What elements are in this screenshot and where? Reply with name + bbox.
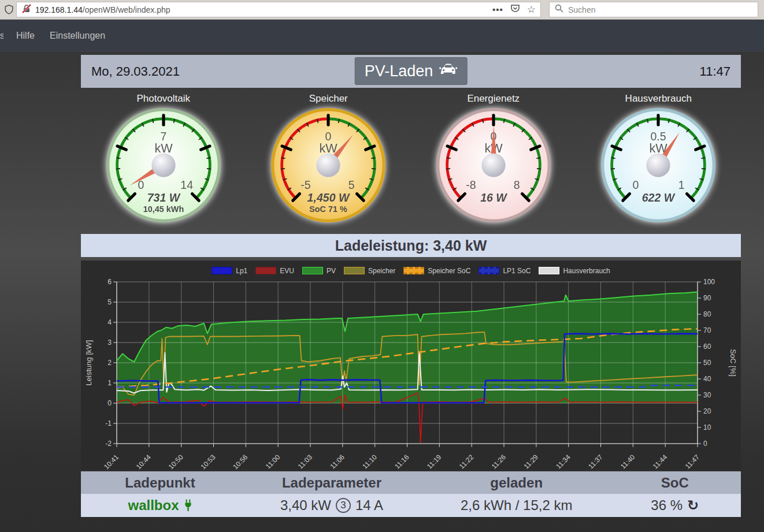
col-geladen: geladen [424, 475, 609, 491]
gauge-dial: 7kW014731 W10,45 kWh [104, 106, 223, 225]
charged-amount: 2,6 kWh / 15,2 km [424, 497, 609, 514]
status-header: Mo, 29.03.2021 PV-Laden 11:47 [81, 55, 741, 88]
legend-label: Hausverbrauch [563, 267, 610, 275]
legend-swatch [479, 267, 499, 274]
tracking-shield-icon[interactable] [2, 5, 15, 15]
svg-text:100: 100 [703, 278, 715, 286]
x-tick-label: 10:44 [135, 453, 153, 470]
url-bar[interactable]: 192.168.1.44/openWB/web/index.php ••• ☆ [16, 2, 541, 17]
gauge-title: Hausverbrauch [625, 92, 692, 105]
legend-label: Speicher [368, 267, 395, 275]
charge-current: 14 A [355, 497, 383, 514]
legend-label: Speicher SoC [428, 267, 470, 275]
gauge-title: Speicher [309, 92, 348, 105]
chart-legend: Lp1EVUPVSpeicherSpeicher SoCLP1 SoCHausv… [81, 261, 741, 277]
svg-text:3: 3 [107, 338, 112, 347]
x-tick-label: 11:00 [264, 453, 282, 470]
pocket-icon[interactable] [510, 3, 520, 16]
legend-item: Lp1 [212, 267, 247, 275]
svg-text:4: 4 [107, 318, 112, 326]
legend-label: PV [327, 267, 336, 275]
phase-count-badge: 3 [336, 498, 351, 513]
svg-text:SoC 71 %: SoC 71 % [309, 204, 347, 214]
svg-text:0: 0 [107, 399, 112, 407]
col-soc: SoC [609, 475, 741, 491]
charge-power: 3,40 kW [280, 497, 331, 514]
date-label: Mo, 29.03.2021 [91, 64, 180, 79]
menu-item-hilfe[interactable]: Hilfe [16, 31, 35, 41]
legend-swatch [344, 267, 365, 274]
legend-swatch [539, 267, 559, 274]
gauge-photovoltaik: Photovoltaik 7kW014731 W10,45 kWh [81, 92, 246, 225]
chargepoint-name[interactable]: wallbox [81, 497, 239, 514]
gauge-dial: 0.5kW01622 W [599, 106, 718, 225]
charge-mode-label: PV-Laden [365, 62, 433, 80]
legend-swatch [255, 267, 276, 274]
svg-text:90: 90 [703, 294, 711, 302]
charging-power-banner: Ladeleistung: 3,40 kW [81, 234, 741, 257]
soc-refresh-icon[interactable]: ↻ [687, 498, 699, 512]
x-tick-label: 11:10 [361, 453, 379, 470]
svg-text:40: 40 [703, 375, 711, 383]
charge-mode-button[interactable]: PV-Laden [355, 57, 468, 85]
svg-text:70: 70 [703, 326, 711, 334]
gauge-title: Energienetz [467, 92, 520, 105]
history-chart: 10:4110:4410:5010:5310:5611:0011:0311:06… [81, 277, 741, 470]
svg-text:0: 0 [703, 440, 707, 448]
gauge-hausverbrauch: Hausverbrauch 0.5kW01622 W [576, 92, 741, 225]
table-row: wallbox 3,40 kW 3 14 A 2,6 kWh / 15,2 km… [81, 494, 741, 517]
gauges-row: Photovoltaik 7kW014731 W10,45 kWh Speich… [81, 92, 741, 225]
browser-toolbar: 192.168.1.44/openWB/web/index.php ••• ☆ … [0, 0, 764, 20]
url-domain: 192.168.1.44 [35, 5, 83, 14]
legend-label: Lp1 [236, 267, 247, 275]
clock-label: 11:47 [700, 64, 730, 79]
app-menubar: s Hilfe Einstellungen [0, 20, 764, 52]
col-ladeparameter: Ladeparameter [239, 475, 424, 491]
svg-text:50: 50 [703, 359, 711, 367]
x-tick-label: 11:40 [619, 453, 637, 470]
insecure-lock-icon[interactable] [21, 3, 32, 16]
x-tick-label: 11:16 [393, 453, 411, 470]
url-text[interactable]: 192.168.1.44/openWB/web/index.php [35, 5, 492, 14]
svg-text:1: 1 [107, 379, 112, 387]
page-actions-icon[interactable]: ••• [492, 5, 503, 14]
svg-text:-5: -5 [301, 178, 311, 191]
svg-text:1: 1 [678, 178, 685, 191]
svg-text:1,450 W: 1,450 W [307, 191, 350, 204]
table-header-row: Ladepunkt Ladeparameter geladen SoC [81, 471, 741, 494]
x-tick-label: 11:19 [425, 453, 443, 470]
plug-icon [184, 499, 192, 512]
legend-label: LP1 SoC [503, 267, 531, 275]
x-tick-label: 11:29 [522, 453, 540, 470]
svg-text:20: 20 [703, 407, 711, 415]
legend-item: PV [302, 267, 336, 275]
bookmark-star-icon[interactable]: ☆ [527, 3, 536, 16]
svg-text:6: 6 [107, 278, 112, 286]
x-tick-label: 11:26 [490, 453, 508, 470]
x-tick-label: 10:56 [231, 453, 249, 470]
legend-swatch [403, 267, 424, 274]
legend-label: EVU [280, 267, 294, 275]
svg-text:80: 80 [703, 310, 711, 318]
history-chart-module: Lp1EVUPVSpeicherSpeicher SoCLP1 SoCHausv… [81, 261, 741, 470]
soc-percent: 36 % [651, 497, 683, 514]
svg-text:60: 60 [703, 343, 711, 351]
legend-item: Speicher [344, 267, 395, 275]
svg-text:16 W: 16 W [480, 191, 507, 204]
legend-swatch [212, 267, 232, 274]
charge-parameters: 3,40 kW 3 14 A [239, 497, 424, 514]
svg-text:0: 0 [633, 178, 639, 191]
x-tick-label: 10:50 [167, 453, 185, 470]
soc-value: 36 % ↻ [609, 497, 741, 514]
menu-item-partial[interactable]: s [0, 31, 3, 41]
chargepoint-table: Ladepunkt Ladeparameter geladen SoC wall… [81, 471, 741, 517]
car-icon [439, 62, 457, 80]
menu-item-einstellungen[interactable]: Einstellungen [50, 31, 105, 41]
legend-item: Speicher SoC [403, 267, 470, 275]
search-icon [555, 4, 563, 15]
legend-swatch [302, 267, 323, 274]
svg-text:10: 10 [703, 423, 711, 431]
x-tick-label: 11:44 [651, 453, 669, 470]
gauge-title: Photovoltaik [136, 92, 190, 105]
search-field[interactable]: Suchen [549, 2, 758, 17]
